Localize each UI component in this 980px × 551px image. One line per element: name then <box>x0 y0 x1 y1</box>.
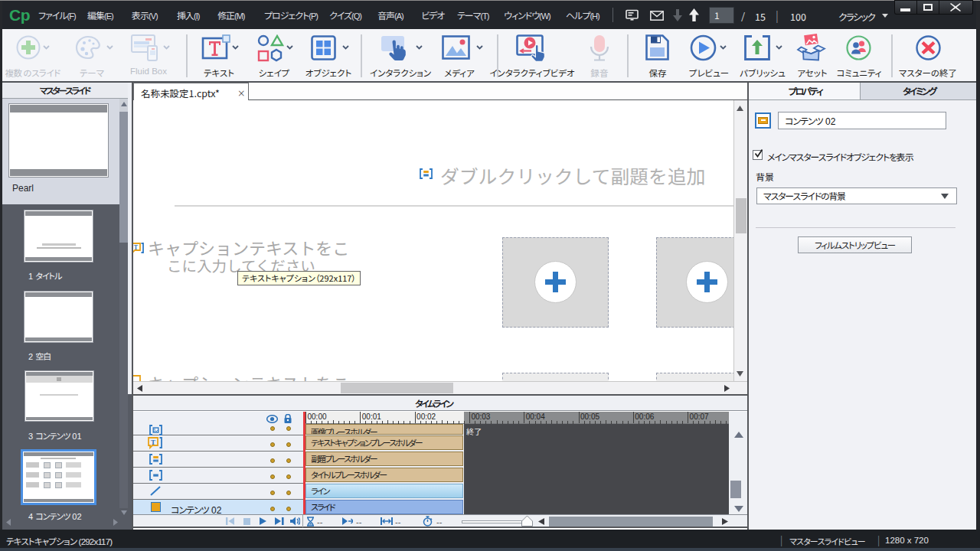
svg-text:T: T <box>151 439 155 446</box>
svg-text:T: T <box>134 244 139 251</box>
